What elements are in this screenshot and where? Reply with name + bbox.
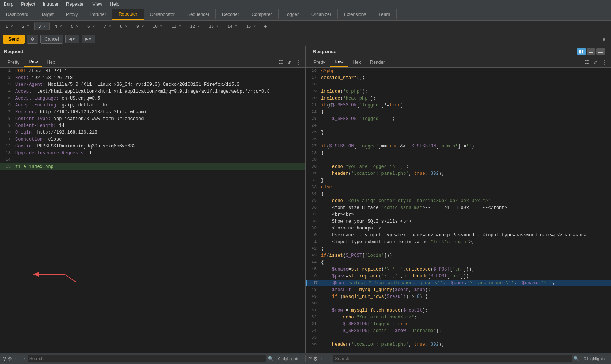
main-tab-bar: Dashboard Target Proxy Intruder Repeater… (0, 8, 611, 21)
tab-collaborator[interactable]: Collaborator (144, 9, 181, 19)
req-tab-11[interactable]: 11 × (167, 22, 185, 30)
req-line-5: 5 Accept-Language: en-US,en;q=0.5 (0, 95, 305, 102)
req-tab-8[interactable]: 8 × (116, 22, 131, 30)
req-tab-10[interactable]: 10 × (149, 22, 166, 30)
resp-line-55: 55 (306, 334, 611, 341)
req-more-btn[interactable]: ⋮ (294, 59, 302, 66)
tab-intruder[interactable]: Intruder (84, 9, 112, 19)
resp-line-22: 22 { (306, 109, 611, 116)
forward-icon-left[interactable]: → (21, 356, 26, 362)
gear-button[interactable]: ⚙ (27, 35, 38, 44)
tab-dashboard[interactable]: Dashboard (0, 9, 35, 19)
req-line-7: 7 Referer: http://192.168.126.218/test?f… (0, 109, 305, 116)
view-single-btn[interactable]: ▬ (596, 48, 605, 55)
resp-line-33: 33 else (306, 184, 611, 191)
resp-line-34: 34 { (306, 191, 611, 198)
resp-line-46: 46 $pass=str_replace('\'','',urldecode($… (306, 273, 611, 280)
resp-line-29: 29 (306, 157, 611, 163)
resp-sub-tab-pretty[interactable]: Pretty (309, 58, 330, 66)
response-code-area[interactable]: 16 <?php 17 session_start(); 18 19 inclu… (306, 68, 611, 353)
menu-burp[interactable]: Burp (0, 1, 17, 8)
resp-more-btn[interactable]: ⋮ (600, 59, 608, 66)
req-tab-9[interactable]: 9 × (132, 22, 148, 30)
tab-comparer[interactable]: Comparer (245, 9, 278, 19)
req-tab-15[interactable]: 15 × (242, 22, 260, 30)
req-line-11: 11 Connection: close (0, 136, 305, 143)
req-tab-12[interactable]: 12 × (186, 22, 204, 30)
search-input-left[interactable] (28, 355, 266, 362)
resp-line-23: 23 $_SESSION['logged']=''; (306, 116, 611, 122)
resp-line-40: 40 Username :- <Input type=text name=un>… (306, 232, 611, 239)
req-tab-2[interactable]: 2 × (18, 22, 33, 30)
resp-line-36: 36 <font size=8 face="comic sans ms">--=… (306, 204, 611, 211)
resp-word-wrap-btn[interactable]: ☷ (583, 59, 590, 66)
status-bar: ? ⚙ ← → 🔍 0 highlights ? ⚙ ← → 🔍 0 highl… (0, 353, 611, 364)
tab-learn[interactable]: Learn (372, 9, 397, 19)
resp-line-49: 49 if (mysqli_num_rows($result) > 0) { (306, 293, 611, 300)
search-input-right[interactable] (333, 355, 572, 362)
cancel-button[interactable]: Cancel (40, 35, 63, 44)
resp-sub-tab-render[interactable]: Render (366, 58, 389, 66)
forward-icon-right[interactable]: → (326, 356, 332, 362)
menu-help[interactable]: Help (106, 1, 123, 8)
req-newline-btn[interactable]: \n (286, 59, 293, 66)
settings-icon-right[interactable]: ⚙ (313, 356, 318, 362)
menu-intruder[interactable]: Intruder (39, 1, 62, 8)
help-icon-left[interactable]: ? (3, 356, 6, 362)
resp-sub-tab-hex[interactable]: Hex (348, 58, 365, 66)
send-button[interactable]: Send (3, 35, 25, 44)
req-word-wrap-btn[interactable]: ☷ (277, 59, 285, 66)
toolbar: Send ⚙ Cancel ◀▼ ▶▼ Ta (0, 32, 611, 46)
view-split-btn[interactable]: ▮▮ (577, 48, 586, 55)
resp-line-18: 18 (306, 81, 611, 88)
tab-sequencer[interactable]: Sequencer (181, 9, 216, 19)
req-sub-tab-hex[interactable]: Hex (42, 58, 59, 66)
search-icon-left: 🔍 (268, 356, 274, 361)
settings-icon-left[interactable]: ⚙ (8, 356, 13, 362)
tab-target[interactable]: Target (35, 9, 60, 19)
nav-forward-button[interactable]: ▶▼ (82, 35, 96, 43)
status-left: ? ⚙ ← → 🔍 0 highlights (0, 355, 306, 362)
response-sub-tabs: Pretty Raw Hex Render ☷ \n ⋮ (306, 57, 611, 68)
tab-proxy[interactable]: Proxy (60, 9, 84, 19)
nav-back-button[interactable]: ◀▼ (65, 35, 79, 43)
resp-line-20: 20 include('head.php'); (306, 95, 611, 102)
resp-line-37: 37 <br><br> (306, 211, 611, 218)
tab-extensions[interactable]: Extensions (338, 9, 373, 19)
resp-line-50: 50 (306, 300, 611, 307)
req-tab-7[interactable]: 7 × (100, 22, 115, 30)
back-icon-right[interactable]: ← (320, 356, 325, 362)
resp-line-27: 27 if($_SESSION['logged']==true && $_SES… (306, 143, 611, 150)
req-tab-13[interactable]: 13 × (205, 22, 223, 30)
req-line-6: 6 Accept-Encoding: gzip, deflate, br (0, 102, 305, 109)
req-tab-1[interactable]: 1 × (2, 22, 17, 30)
resp-sub-tab-raw[interactable]: Raw (330, 58, 348, 67)
resp-line-32: 32 } (306, 177, 611, 184)
tab-decoder[interactable]: Decoder (216, 9, 245, 19)
req-tab-4[interactable]: 4 × (51, 22, 66, 30)
menu-view[interactable]: View (89, 1, 106, 8)
resp-newline-btn[interactable]: \n (592, 59, 599, 66)
resp-line-16: 16 <?php (306, 68, 611, 74)
resp-line-31: 31 header('Location: panel.php', true, 3… (306, 170, 611, 177)
menu-project[interactable]: Project (17, 1, 39, 8)
req-tab-add[interactable]: + (261, 22, 270, 31)
req-line-3: 3 User-Agent: Mozilla/5.0 (X11; Linux x8… (0, 81, 305, 88)
request-code-area[interactable]: 1 POST /test HTTP/1.1 2 Host: 192.168.12… (0, 68, 305, 353)
req-tab-6[interactable]: 6 × (83, 22, 99, 30)
req-tab-14[interactable]: 14 × (223, 22, 241, 30)
req-sub-tab-pretty[interactable]: Pretty (3, 58, 24, 66)
req-tab-3[interactable]: 3 × (34, 22, 50, 30)
back-icon-left[interactable]: ← (14, 356, 19, 362)
help-icon-right[interactable]: ? (309, 356, 312, 362)
req-line-10: 10 Origin: http://192.168.126.218 (0, 129, 305, 136)
req-line-4: 4 Accept: text/html,application/xhtml+xm… (0, 88, 305, 95)
tab-organizer[interactable]: Organizer (305, 9, 338, 19)
req-tab-5[interactable]: 5 × (67, 22, 82, 30)
menu-repeater[interactable]: Repeater (62, 1, 89, 8)
resp-line-19: 19 include('c.php'); (306, 88, 611, 95)
view-horizontal-btn[interactable]: ▬ (587, 48, 595, 55)
tab-logger[interactable]: Logger (279, 9, 305, 19)
req-sub-tab-raw[interactable]: Raw (24, 58, 42, 67)
tab-repeater[interactable]: Repeater (112, 9, 144, 20)
